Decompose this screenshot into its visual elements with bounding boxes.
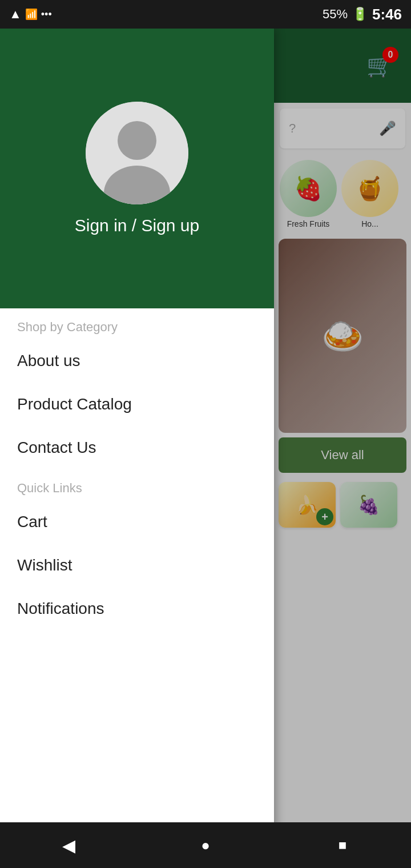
- avatar-svg: [86, 102, 188, 204]
- grapes-emoji: 🍇: [357, 494, 380, 516]
- notifications-label: Notifications: [17, 600, 104, 618]
- menu-item-notifications[interactable]: Notifications: [0, 587, 274, 630]
- back-icon: ◀: [62, 835, 75, 855]
- honey-label: Ho...: [341, 219, 398, 228]
- drawer-header: Sign in / Sign up: [0, 29, 274, 308]
- cart-badge: 0: [382, 47, 398, 63]
- app-header: 🛒 0: [274, 29, 411, 103]
- status-right: 55% 🔋 5:46: [323, 6, 402, 23]
- category-fruits[interactable]: 🍓: [280, 160, 337, 217]
- search-question: ?: [289, 121, 296, 136]
- recent-apps-button[interactable]: ■: [325, 828, 360, 862]
- about-us-label: About us: [17, 352, 80, 370]
- wifi-icon: ▲: [9, 7, 22, 22]
- search-bar[interactable]: ? 🎤: [280, 108, 405, 148]
- food-placeholder: 🍛: [279, 239, 406, 433]
- battery-icon: 🔋: [352, 7, 368, 22]
- view-all-button[interactable]: View all: [279, 437, 406, 473]
- drawer-body: Shop by Category About us Product Catalo…: [0, 308, 274, 868]
- menu-item-contact-us[interactable]: Contact Us: [0, 426, 274, 469]
- fruits-emoji: 🍓: [294, 175, 323, 202]
- honey-emoji: 🍯: [356, 175, 384, 202]
- product-card-grapes[interactable]: 🍇: [340, 482, 397, 528]
- cart-button[interactable]: 🛒 0: [360, 46, 400, 86]
- sign-in-button[interactable]: Sign in / Sign up: [75, 216, 199, 235]
- menu-item-about-us[interactable]: About us: [0, 339, 274, 383]
- home-button[interactable]: ●: [188, 828, 223, 862]
- category-honey[interactable]: 🍯: [341, 160, 398, 217]
- contact-us-label: Contact Us: [17, 439, 96, 457]
- product-card-banana[interactable]: 🍌 +: [279, 482, 336, 528]
- status-bar: ▲ 📶 ••• 55% 🔋 5:46: [0, 0, 411, 29]
- bottom-nav: ◀ ● ■: [0, 822, 411, 868]
- menu-item-wishlist[interactable]: Wishlist: [0, 544, 274, 587]
- svg-point-1: [118, 121, 156, 160]
- home-icon: ●: [201, 837, 210, 854]
- banana-emoji: 🍌: [296, 494, 319, 516]
- signal-icon: 📶: [25, 8, 38, 21]
- category-row: 🍓 Fresh Fruits 🍯 Ho...: [274, 154, 411, 234]
- menu-item-product-catalog[interactable]: Product Catalog: [0, 383, 274, 426]
- navigation-drawer: Sign in / Sign up Shop by Category About…: [0, 29, 274, 868]
- product-catalog-label: Product Catalog: [17, 395, 132, 413]
- fruits-label: Fresh Fruits: [280, 219, 337, 228]
- shop-by-category-header: Shop by Category: [0, 308, 274, 339]
- recent-icon: ■: [339, 837, 347, 853]
- menu-item-cart[interactable]: Cart: [0, 500, 274, 544]
- add-banana-button[interactable]: +: [316, 508, 333, 525]
- time-display: 5:46: [372, 6, 402, 23]
- battery-percent: 55%: [323, 7, 348, 22]
- wishlist-label: Wishlist: [17, 556, 72, 574]
- cart-label: Cart: [17, 513, 47, 531]
- app-content: 🛒 0 ? 🎤 🍓 Fresh Fruits 🍯 Ho...: [274, 29, 411, 868]
- banana-image: 🍌 +: [279, 482, 336, 528]
- mic-icon[interactable]: 🎤: [379, 120, 396, 136]
- user-avatar[interactable]: [86, 102, 188, 204]
- main-container: 🛒 0 ? 🎤 🍓 Fresh Fruits 🍯 Ho...: [0, 29, 411, 868]
- back-button[interactable]: ◀: [51, 828, 86, 862]
- product-row: 🍌 + 🍇: [274, 477, 411, 532]
- food-image: 🍛: [279, 239, 406, 433]
- quick-links-header: Quick Links: [0, 469, 274, 500]
- more-icon: •••: [41, 9, 52, 21]
- status-left: ▲ 📶 •••: [9, 7, 52, 22]
- grapes-image: 🍇: [340, 482, 397, 528]
